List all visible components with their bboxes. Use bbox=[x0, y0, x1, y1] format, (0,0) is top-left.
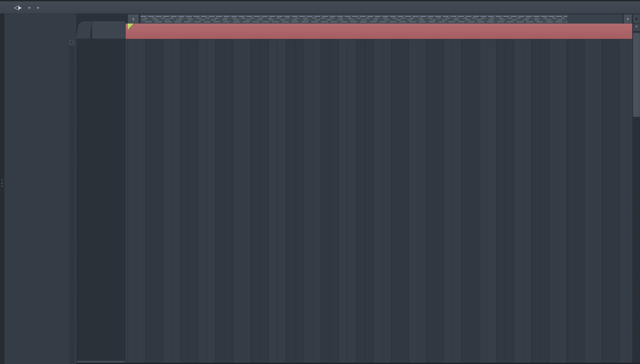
breadcrumb-sep-icon: ▸ bbox=[29, 5, 31, 10]
grip-dot bbox=[2, 179, 3, 181]
pattern-list-scrollbar[interactable] bbox=[69, 40, 75, 364]
track-tool-cluster bbox=[92, 21, 125, 39]
breadcrumb-sep-icon: ▸ bbox=[37, 5, 40, 10]
grip-dot bbox=[2, 186, 3, 187]
left-edge-strip bbox=[0, 14, 5, 364]
add-track-tab[interactable] bbox=[76, 21, 92, 39]
bottom-window-edge bbox=[77, 363, 640, 364]
pattern-scroll-thumb[interactable] bbox=[69, 40, 75, 46]
fl-studio-playlist-window: { "window": { "title": "Playlist - Arran… bbox=[0, 0, 640, 364]
overview-scroll-left-button[interactable]: ‹ bbox=[128, 14, 139, 24]
overview-thumbnail[interactable] bbox=[141, 15, 567, 23]
window-title-area: ◁▸ ▸ ▸ bbox=[13, 3, 40, 12]
scroll-up-button[interactable]: ⌃ bbox=[633, 24, 640, 31]
grip-dot bbox=[2, 182, 3, 184]
vertical-scroll-thumb[interactable] bbox=[633, 33, 640, 117]
pattern-picker-tabs bbox=[5, 25, 76, 49]
toolbar: ◁▸ ▸ ▸ bbox=[0, 0, 640, 14]
arrangement-overview-bar[interactable] bbox=[140, 14, 623, 24]
overview-reset-button[interactable] bbox=[633, 14, 640, 24]
track-header-column bbox=[77, 39, 126, 364]
vertical-scrollbar[interactable] bbox=[633, 31, 640, 364]
playlist-grid[interactable] bbox=[126, 39, 632, 364]
timeline-ruler[interactable] bbox=[126, 24, 632, 39]
overview-scroll-right-button[interactable]: › bbox=[623, 14, 632, 24]
pattern-picker-panel bbox=[5, 14, 77, 364]
speaker-icon: ◁▸ bbox=[13, 3, 22, 12]
playhead-flag[interactable] bbox=[128, 24, 134, 30]
